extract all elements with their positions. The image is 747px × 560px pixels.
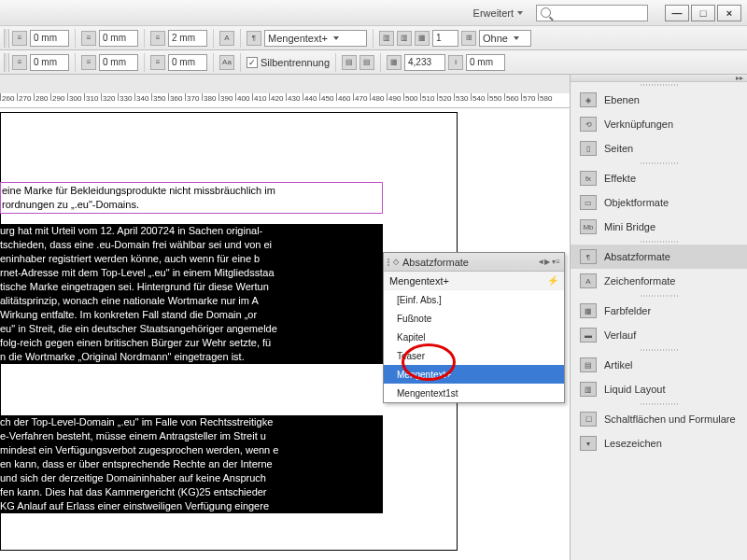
text-line: rordnungen zu „.eu"-Domains. [2,198,381,212]
baseline-grid-icon[interactable]: ▦ [387,55,402,70]
style-item-kapitel[interactable]: Kapitel [384,328,564,346]
text-line: eninhaber registriert werden könne, auch… [0,252,383,266]
minimize-button[interactable]: — [665,5,689,21]
dock-item-zeichenformate[interactable]: AZeichenformate [571,269,747,293]
grid-align-bottom-icon[interactable]: ▤ [359,55,374,70]
last-line-field[interactable]: 0 mm [168,54,207,71]
dock-item-label: Lesezeichen [604,438,662,449]
dock-item-label: Zeichenformate [604,275,675,287]
dock-item-lesezeichen[interactable]: ▾Lesezeichen [571,431,747,455]
last-line-icon[interactable]: ≡ [150,55,165,70]
hyphenation-label: Silbentrennung [261,57,330,68]
dock-item-absatzformate[interactable]: ¶Absatzformate [571,245,747,269]
text-frame-preview[interactable]: eine Marke für Bekleidungsprodukte nicht… [0,182,383,214]
maximize-button[interactable]: □ [691,5,715,21]
indent-first-icon[interactable]: ≡ [81,31,96,46]
text-line: en kann, dass er über entsprechende Rech… [0,457,383,471]
columns-icon-2[interactable]: ▥ [397,31,412,46]
search-input[interactable] [536,5,648,21]
dock-item-seiten[interactable]: ▯Seiten [571,136,747,161]
indent-first-field[interactable]: 0 mm [99,30,138,47]
space-after-icon[interactable]: ≡ [81,55,96,70]
close-button[interactable]: × [717,5,741,21]
text-line: ch der Top-Level-Domain „.eu" im Falle v… [0,415,383,429]
paragraph-style-value: Mengentext+ [268,33,328,44]
text-line: e-Verfahren besteht, müsse einem Antrags… [0,429,383,443]
grid-align-top-icon[interactable]: ▤ [342,55,357,70]
columns-icon[interactable]: ▥ [379,31,394,46]
indent-left-icon[interactable]: ≡ [12,31,27,46]
text-line: tschieden, dass eine .eu-Domain frei wäh… [0,238,383,252]
text-line: KG Anlauf auf Erlass einer einstweiligen… [0,499,383,513]
style-item-teaser[interactable]: Teaser [384,346,564,365]
drop-cap-lines-icon[interactable]: Aa [219,55,234,70]
panel-grip[interactable] [4,53,9,72]
baseline-shift-field[interactable]: 0 mm [466,54,505,71]
space-before-field[interactable]: 0 mm [30,54,69,71]
dock-item-artikel[interactable]: ▤Artikel [571,353,747,377]
style-item--einf-abs-[interactable]: [Einf. Abs.] [384,290,564,309]
collapse-icon: ▸▸ [736,74,743,82]
selected-text-block-2[interactable]: ch der Top-Level-Domain „.eu" im Falle v… [0,415,383,513]
objektformate-icon: ▭ [580,195,597,210]
panel-title: Absatzformate [402,257,469,268]
baseline-shift-icon[interactable]: I [448,55,463,70]
dock-item-label: Seiten [604,143,633,154]
indent-left-field[interactable]: 0 mm [30,30,69,47]
dock-item-schaltflaechen[interactable]: ☐Schaltflächen und Formulare [571,407,747,431]
selected-text-block-1[interactable]: urg hat mit Urteil vom 12. April 200724 … [0,224,383,364]
verknuepfungen-icon: ⟲ [580,117,597,132]
space-before-icon[interactable]: ≡ [12,55,27,70]
hyphenation-checkbox[interactable]: ✓ Silbentrennung [247,57,330,68]
panel-grip-icon [388,259,389,266]
override-icon: ⚡ [547,275,558,286]
dock-item-label: Absatzformate [604,251,670,262]
first-line-icon[interactable]: ≡ [150,31,165,46]
dock-item-label: Artikel [604,359,633,371]
dock-item-farbfelder[interactable]: ▦Farbfelder [571,299,747,323]
column-bridge-value: Ohne [483,33,508,44]
dock-item-label: Objektformate [604,197,669,208]
dock-item-liquidlayout[interactable]: ▥Liquid Layout [571,377,747,401]
paragraph-style-select[interactable]: Mengentext+ [264,30,367,47]
paragraph-style-icon[interactable]: ¶ [247,31,261,46]
text-line: alitätsprinzip, wonach eine nationale Wo… [0,294,383,308]
text-line: eine Marke für Bekleidungsprodukte nicht… [2,184,381,198]
dock-item-label: Liquid Layout [604,384,665,395]
baseline-value-field[interactable]: 4,233 [404,54,445,71]
text-line: mindest ein Verfügungsverbot zugesproche… [0,443,383,457]
space-after-field[interactable]: 0 mm [99,54,138,71]
style-item-fu-note[interactable]: Fußnote [384,309,564,328]
dock-item-objektformate[interactable]: ▭Objektformate [571,190,747,215]
minibridge-icon: Mb [580,219,597,234]
column-bridge-select[interactable]: Ohne [479,30,531,47]
panel-controls[interactable]: ◄▶ ▾≡ [537,258,560,266]
column-bridge-icon[interactable]: ⊞ [461,31,476,46]
columns-count-field[interactable]: 1 [432,30,458,47]
paragraph-styles-panel[interactable]: ◇ Absatzformate ◄▶ ▾≡ Mengentext+ ⚡ [Ein… [383,252,565,403]
dock-item-effekte[interactable]: fxEffekte [571,166,747,190]
dock-item-label: Effekte [604,173,636,184]
dock-item-ebenen[interactable]: ◈Ebenen [571,88,747,112]
panel-grip[interactable] [4,29,9,48]
horizontal-ruler[interactable]: 2602702802903003103203303403503603703803… [0,93,570,108]
dock-collapse-bar[interactable]: ▸▸ [571,75,747,82]
checkbox-icon: ✓ [247,57,258,68]
control-panel-row-2: ≡ 0 mm ≡ 0 mm ≡ 0 mm Aa ✓ Silbentrennung… [0,50,747,75]
workspace-switcher[interactable]: Erweitert [468,5,529,21]
dock-item-verlauf[interactable]: ▬Verlauf [571,323,747,347]
lesezeichen-icon: ▾ [580,436,597,451]
current-style-row[interactable]: Mengentext+ ⚡ [384,272,564,290]
span-columns-icon[interactable]: ▦ [415,31,430,46]
dock-item-verknuepfungen[interactable]: ⟲Verknüpfungen [571,112,747,136]
verlauf-icon: ▬ [580,328,597,343]
drop-cap-icon[interactable]: A [219,31,234,46]
dock-item-minibridge[interactable]: MbMini Bridge [571,215,747,239]
zeichenformate-icon: A [580,273,597,288]
effekte-icon: fx [580,171,597,186]
style-item-mengentext1st[interactable]: Mengentext1st [384,384,564,402]
style-item-mengentext-[interactable]: Mengentext+ [384,365,564,384]
first-line-field[interactable]: 2 mm [168,30,207,47]
liquidlayout-icon: ▥ [580,382,597,397]
panel-header[interactable]: ◇ Absatzformate ◄▶ ▾≡ [384,253,564,272]
